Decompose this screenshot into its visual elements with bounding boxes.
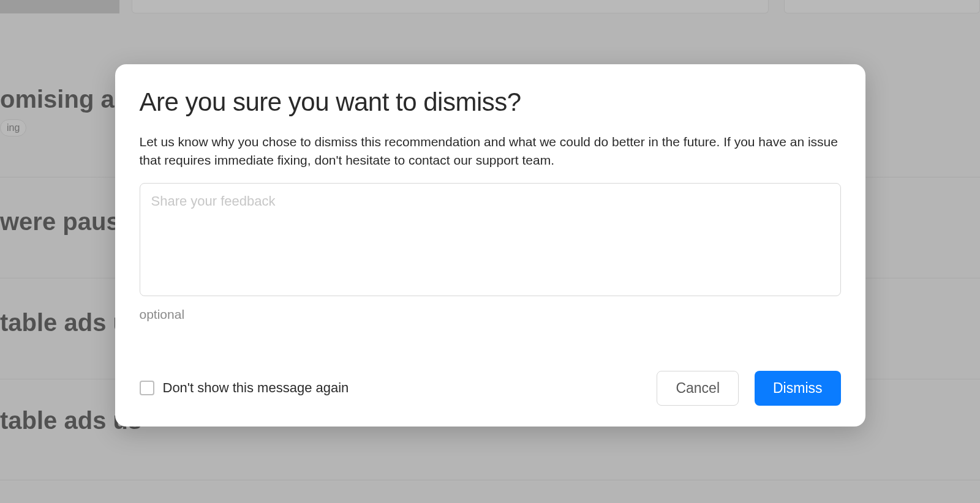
- dont-show-again-wrap[interactable]: Don't show this message again: [140, 380, 349, 396]
- feedback-textarea[interactable]: [140, 183, 841, 296]
- cancel-button[interactable]: Cancel: [657, 371, 739, 406]
- modal-title: Are you sure you want to dismiss?: [140, 88, 841, 117]
- dismiss-button[interactable]: Dismiss: [755, 371, 841, 406]
- dont-show-again-checkbox[interactable]: [140, 381, 154, 395]
- modal-button-group: Cancel Dismiss: [657, 371, 840, 406]
- dont-show-again-label[interactable]: Don't show this message again: [163, 380, 349, 396]
- modal-body-text: Let us know why you chose to dismiss thi…: [140, 133, 841, 170]
- modal-footer: Don't show this message again Cancel Dis…: [140, 371, 841, 406]
- optional-hint: optional: [140, 307, 841, 322]
- modal-overlay: Are you sure you want to dismiss? Let us…: [0, 0, 980, 503]
- dismiss-confirmation-modal: Are you sure you want to dismiss? Let us…: [115, 64, 865, 427]
